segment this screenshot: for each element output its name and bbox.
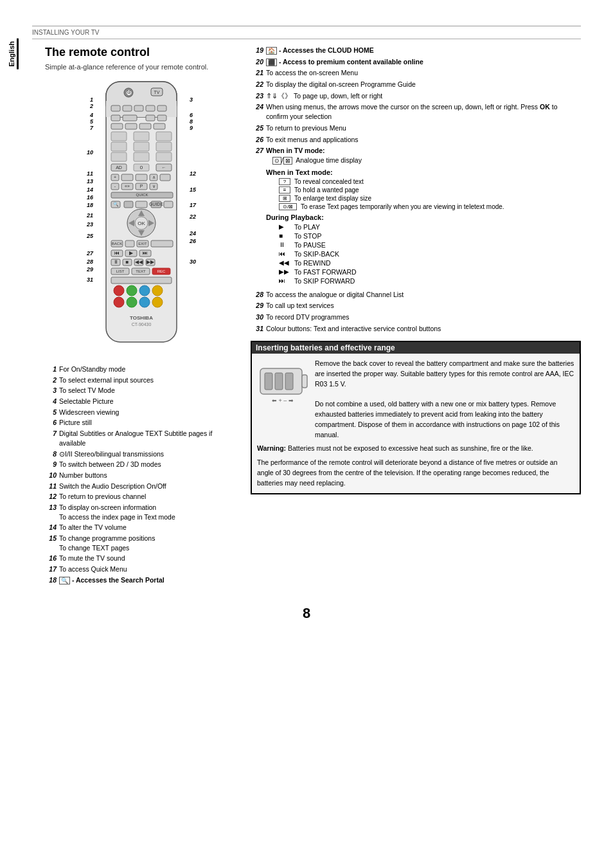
svg-rect-15: [157, 115, 166, 121]
left-column: The remote control Simple at-a-glance re…: [45, 46, 238, 586]
svg-text:OK: OK: [138, 221, 145, 226]
right-item-30: 30 To record DTV programmes: [251, 312, 581, 322]
svg-text:TV: TV: [154, 90, 160, 95]
svg-rect-37: [156, 152, 172, 161]
remote-svg: ⏻ TV: [93, 78, 190, 348]
svg-rect-115: [275, 373, 283, 390]
right-item-23: 23 ⇑⇓《》 To page up, down, left or right: [251, 91, 581, 101]
svg-text:◀◀: ◀◀: [135, 259, 143, 265]
svg-rect-31: [156, 142, 172, 151]
label-28: 28: [71, 258, 93, 265]
playback-fast-forward: ▶▶ To FAST FORWARD: [279, 268, 581, 276]
right-item-19: 19 🏠 - Accesses the CLOUD HOME: [251, 46, 581, 55]
label-7: 7: [71, 125, 93, 131]
legend-item-3: 3 To select TV Mode: [45, 386, 238, 395]
playback-rewind: ◀◀ To REWIND: [279, 259, 581, 267]
svg-text:⬅ +  – ➡: ⬅ + – ➡: [272, 397, 294, 404]
svg-text:⏭: ⏭: [143, 250, 148, 256]
section-label: INSTALLING YOUR TV: [32, 29, 99, 36]
playback-table: ▶ To PLAY ■ To STOP ⏸ To PAUSE ⏮ To SKIP…: [279, 223, 581, 285]
svg-text:0: 0: [140, 165, 143, 170]
right-item-28: 28 To access the analogue or digital Cha…: [251, 290, 581, 300]
svg-point-103: [127, 285, 137, 296]
legend-item-15: 15 To change programme positionsTo chang…: [45, 534, 238, 552]
right-item-21: 21 To access the on-screen Menu: [251, 68, 581, 78]
battery-warning: Warning: Batteries must not be exposed t…: [257, 444, 574, 454]
svg-point-102: [114, 285, 124, 296]
legend-item-12: 12 To return to previous channel: [45, 492, 238, 502]
label-15: 15: [190, 186, 212, 193]
svg-rect-116: [285, 373, 293, 390]
battery-title: Inserting batteries and effective range: [252, 342, 580, 354]
section-header: INSTALLING YOUR TV: [32, 26, 581, 39]
label-18: 18: [71, 202, 93, 208]
svg-rect-30: [134, 142, 149, 151]
label-24: 24: [190, 230, 212, 237]
right-item-22: 22 To display the digital on-screen Prog…: [251, 80, 581, 89]
text-mode-row-1: ? To reveal concealed text: [279, 178, 581, 185]
legend-item-11: 11 Switch the Audio Description On/Off: [45, 482, 238, 491]
svg-rect-10: [146, 105, 155, 111]
svg-text:🔍: 🔍: [113, 201, 119, 207]
svg-text:⏻: ⏻: [126, 90, 132, 96]
svg-rect-24: [134, 132, 149, 141]
label-30: 30: [190, 258, 212, 265]
svg-text:CT-90430: CT-90430: [132, 322, 152, 327]
label-5: 5: [71, 118, 93, 125]
svg-rect-16: [111, 123, 123, 129]
playback-skip-forward: ⏭ To SKIP FORWARD: [279, 277, 581, 285]
svg-text:∨: ∨: [152, 184, 155, 188]
svg-text:LIST: LIST: [116, 269, 125, 273]
svg-point-108: [139, 297, 150, 307]
legend-item-14: 14 To alter the TV volume: [45, 523, 238, 532]
svg-text:AD: AD: [116, 165, 122, 170]
battery-description: Remove the back cover to reveal the batt…: [315, 359, 574, 440]
battery-content: ⬅ + – ➡ Remove the back cover to reveal …: [257, 359, 574, 440]
label-9: 9: [190, 125, 212, 131]
svg-rect-101: [111, 277, 172, 284]
svg-text:TEXT: TEXT: [136, 269, 146, 273]
svg-rect-13: [123, 115, 137, 121]
right-item-25: 25 To return to previous Menu: [251, 123, 581, 133]
label-8: 8: [190, 118, 212, 125]
svg-rect-11: [157, 105, 166, 111]
svg-text:⏸: ⏸: [113, 259, 118, 265]
svg-rect-35: [111, 152, 127, 161]
legend-item-7: 7 Digital Subtitles or Analogue TEXT Sub…: [45, 429, 238, 448]
right-item-31: 31 Colour buttons: Text and interactive …: [251, 324, 581, 334]
svg-rect-29: [111, 142, 127, 151]
right-item-29: 29 To call up text services: [251, 301, 581, 311]
label-3: 3: [190, 96, 212, 103]
svg-text:GUIDE: GUIDE: [149, 202, 164, 206]
playback-title: During Playback:: [266, 213, 581, 221]
svg-rect-25: [156, 132, 172, 141]
label-14: 14: [71, 186, 93, 193]
legend-item-6: 6 Picture still: [45, 418, 238, 428]
svg-rect-17: [125, 123, 137, 129]
label-25: 25: [71, 233, 93, 239]
svg-rect-46: [121, 174, 133, 181]
playback-skip-back: ⏮ To SKIP-BACK: [279, 250, 581, 258]
svg-rect-114: [265, 373, 272, 390]
svg-rect-80: [151, 240, 173, 247]
svg-text:←: ←: [162, 165, 166, 170]
remote-illustration: 1 2 4 5 7 10 11 13 14 16 18 21 23 25 27 …: [45, 78, 238, 358]
legend: 1 For On/Standby mode 2 To select extern…: [45, 365, 238, 584]
svg-text:∧: ∧: [152, 175, 155, 179]
main-content: The remote control Simple at-a-glance re…: [45, 46, 581, 586]
svg-text:«»: «»: [125, 184, 130, 188]
text-mode-table: ? To reveal concealed text ≡ To hold a w…: [279, 178, 581, 210]
text-mode-section: When in Text mode: ? To reveal concealed…: [266, 168, 581, 210]
label-12: 12: [190, 170, 212, 177]
right-item-27: 27 When in TV mode: ⊙/⊠ Analogue time di…: [251, 146, 581, 165]
label-10: 10: [71, 149, 93, 156]
battery-text-1: Remove the back cover to reveal the batt…: [315, 359, 574, 389]
svg-rect-8: [123, 105, 132, 111]
label-26: 26: [190, 238, 212, 244]
right-column: 19 🏠 - Accesses the CLOUD HOME 20 ⬛ - Ac…: [251, 46, 581, 586]
language-label: English: [6, 39, 19, 69]
svg-text:■: ■: [126, 259, 129, 265]
svg-rect-47: [136, 174, 147, 181]
svg-text:▶: ▶: [129, 250, 134, 256]
playback-section: During Playback: ▶ To PLAY ■ To STOP ⏸ T…: [266, 213, 581, 285]
